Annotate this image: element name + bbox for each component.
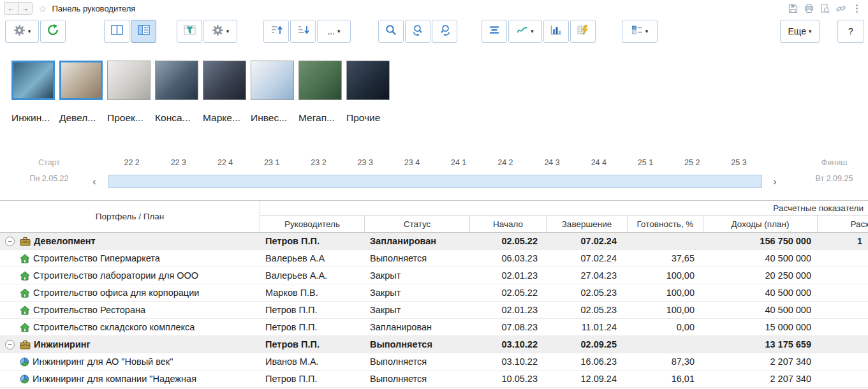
portfolio-icon <box>20 340 31 349</box>
table-row[interactable]: Строительство офиса для корпорацииМарков… <box>0 284 868 302</box>
view-details-button[interactable] <box>131 20 156 43</box>
sort-ascending-button[interactable] <box>263 20 289 43</box>
cell-status: Закрыт <box>365 302 470 318</box>
cell-status: Закрыт <box>365 267 470 284</box>
portfolio-icon <box>20 237 31 246</box>
portfolio-tile[interactable]: Инвес... <box>251 61 294 124</box>
kebab-menu-icon[interactable] <box>851 3 862 13</box>
filter-button[interactable] <box>177 20 202 43</box>
quick-calc-button[interactable] <box>570 20 596 43</box>
portfolio-tile[interactable]: Прочие <box>346 61 390 124</box>
cell-end-date: 07.02.24 <box>547 250 628 267</box>
print-icon[interactable] <box>804 3 814 13</box>
cell-end-date: 02.05.23 <box>547 302 628 318</box>
sort-descending-button[interactable] <box>290 20 316 43</box>
cell-status: Закрыт <box>365 284 470 301</box>
collapse-toggle[interactable]: − <box>5 340 15 349</box>
cell-manager: Иванов М.А. <box>260 353 365 370</box>
collapse-toggle[interactable]: − <box>5 237 15 246</box>
grouping-menu-button[interactable]: ▾ <box>622 20 658 43</box>
timeline-quarters: 22 222 322 423 123 223 323 424 124 224 3… <box>108 158 762 169</box>
sort-ascending-icon <box>270 25 283 38</box>
table-row[interactable]: Строительство РесторанаПетров П.П.Закрыт… <box>0 302 868 319</box>
filter-settings-menu-button[interactable]: ▾ <box>203 20 237 43</box>
quarter-label: 22 3 <box>155 158 202 169</box>
cell-manager: Петров П.П. <box>260 371 365 387</box>
structure-levels-button[interactable] <box>482 20 507 43</box>
timeline-range-slider[interactable] <box>108 175 762 188</box>
portfolio-tile[interactable]: Девел... <box>59 61 103 124</box>
table-row[interactable]: −ДевелопментПетров П.П.Запланирован02.05… <box>0 233 868 250</box>
portfolio-tile[interactable]: Марке... <box>203 61 246 124</box>
search-cancel-button[interactable] <box>432 20 457 43</box>
column-header-expense[interactable]: Расходы (план) <box>818 216 868 232</box>
cell-manager: Марков П.В. <box>260 284 365 301</box>
link-icon[interactable] <box>835 3 846 13</box>
cell-income: 40 500 000 <box>703 250 818 267</box>
column-header-income[interactable]: Доходы (план) <box>703 216 818 232</box>
tile-label: Инвес... <box>251 112 294 124</box>
column-header-status[interactable]: Статус <box>365 216 470 232</box>
cell-manager: Валерьев А.А <box>260 250 365 267</box>
cell-status: Выполняется <box>365 250 470 267</box>
table-row[interactable]: Строительство ГипермаркетаВалерьев А.АВы… <box>0 250 868 267</box>
portfolio-tile[interactable]: Мегап... <box>298 61 342 124</box>
view-columns-button[interactable] <box>104 20 129 43</box>
search-button[interactable] <box>378 20 404 43</box>
more-button[interactable]: Еще ▾ <box>780 20 820 43</box>
titlebar: ← → ☆ Панель руководителя <box>0 0 868 17</box>
structure-lines-icon <box>489 26 500 37</box>
table-body: −ДевелопментПетров П.П.Запланирован02.05… <box>0 233 868 388</box>
chart-type-menu-button[interactable]: ▾ <box>508 20 542 43</box>
row-title: Инжиниринг для компании "Надежная <box>33 374 196 384</box>
row-title: Строительство Ресторана <box>33 305 145 315</box>
forward-button[interactable]: → <box>18 3 32 14</box>
toolbar-group-search <box>378 20 457 43</box>
column-header-readiness[interactable]: Готовность, % <box>628 216 703 232</box>
preview-icon[interactable] <box>820 3 830 13</box>
column-header-end[interactable]: Завершение <box>547 216 628 232</box>
portfolio-tile[interactable]: Конса... <box>155 61 198 124</box>
bar-chart-button[interactable] <box>543 20 569 43</box>
column-header-portfolio[interactable]: Портфель / План <box>0 201 260 232</box>
row-title: Инжиниринг <box>34 339 91 349</box>
favorite-star-icon[interactable]: ☆ <box>38 4 47 13</box>
titlebar-icons <box>788 3 862 13</box>
column-header-start[interactable]: Начало <box>470 216 547 232</box>
ellipsis-menu-button[interactable]: ... ▾ <box>317 20 351 43</box>
timeline-prev-button[interactable]: ‹ <box>89 175 100 188</box>
table-row[interactable]: Инжиниринг для АО "Новый век"Иванов М.А.… <box>0 353 868 371</box>
chevron-down-icon: ▾ <box>809 29 812 34</box>
search-next-button[interactable] <box>405 20 430 43</box>
refresh-button[interactable] <box>40 20 66 43</box>
portfolio-tile[interactable]: Проек... <box>107 61 151 124</box>
cell-start-date: 02.05.22 <box>470 233 547 249</box>
cell-end-date: 02.05.23 <box>547 284 628 301</box>
table-row[interactable]: Строительство лаборатории для ОООВалерье… <box>0 267 868 284</box>
column-header-manager[interactable]: Руководитель <box>260 216 365 232</box>
tile-label: Девел... <box>59 112 103 124</box>
quarter-label: 24 3 <box>529 158 575 169</box>
tiles-row: Инжин...Девел...Проек...Конса...Марке...… <box>11 61 390 124</box>
help-button[interactable]: ? <box>837 20 864 43</box>
table-row[interactable]: −ИнжинирингПетров П.П.Выполняется03.10.2… <box>0 336 868 353</box>
row-title: Строительство офиса для корпорации <box>33 288 199 298</box>
cell-readiness: 100,00 <box>628 284 703 301</box>
back-button[interactable]: ← <box>4 3 18 14</box>
toolbar-group-analysis: ▾ <box>482 20 596 43</box>
group-header-indicators: Расчетные показатели <box>260 201 868 216</box>
more-label: Еще <box>788 26 806 36</box>
timeline-next-button[interactable]: › <box>769 175 781 188</box>
portfolio-tile[interactable]: Инжин... <box>11 61 55 124</box>
table-row[interactable]: Строительство складского комплексаПетров… <box>0 319 868 336</box>
settings-menu-button[interactable]: ▾ <box>5 20 39 43</box>
tile-label: Мегап... <box>298 112 342 124</box>
cell-name: Инжиниринг для компании "Надежная <box>0 371 260 387</box>
save-icon[interactable] <box>788 3 798 13</box>
quarter-label: 25 3 <box>716 158 762 169</box>
row-title: Инжиниринг для АО "Новый век" <box>33 356 173 367</box>
table-row[interactable]: Инжиниринг для компании "НадежнаяПетров … <box>0 371 868 388</box>
quarter-label: 24 2 <box>482 158 529 169</box>
timeline: Старт Пн 2.05.22 ‹ 22 222 322 423 123 22… <box>0 156 868 192</box>
two-pane-icon <box>111 25 123 38</box>
